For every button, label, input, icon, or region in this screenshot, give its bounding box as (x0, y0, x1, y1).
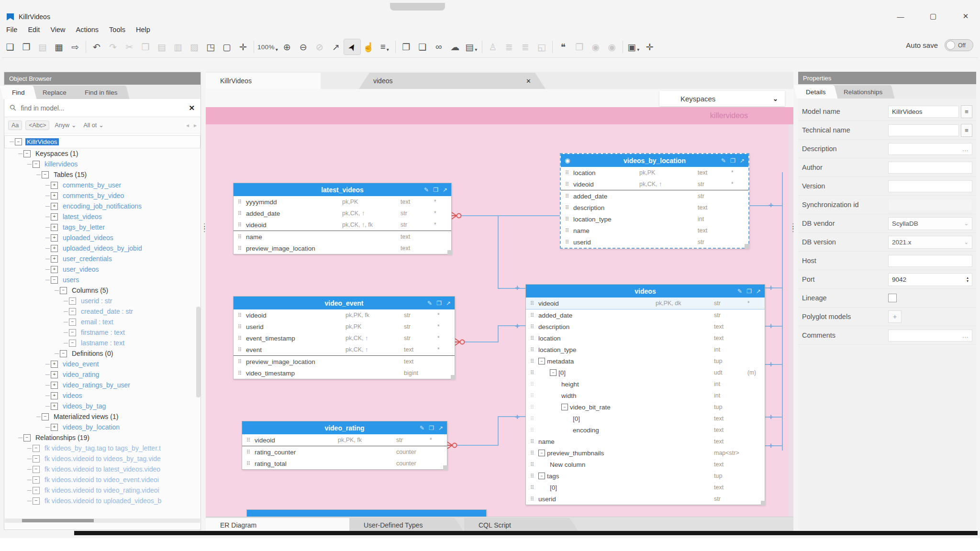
column-row[interactable]: ⠿nametext (234, 231, 451, 242)
table-header[interactable]: videos✎❐↗ (526, 285, 765, 298)
tree-item[interactable]: −fk videos_by_tag.tag to tags_by_letter.… (4, 443, 200, 453)
er-table-latest_videos[interactable]: latest_videos✎❐↗⠿yyyymmddpk,PKtext*⠿adde… (233, 183, 452, 254)
expand-plus-icon[interactable]: + (51, 392, 58, 399)
drag-handle-icon[interactable]: ⠿ (526, 393, 538, 399)
column-row[interactable]: ⠿preview_image_locationtext (234, 355, 455, 367)
tree-item[interactable]: +encoding_job_notifications (4, 201, 200, 211)
collapse-minus-icon[interactable]: − (550, 369, 557, 376)
clear-search-icon[interactable]: ✕ (189, 104, 195, 112)
tree-item[interactable]: −fk videos.videoid to latest_videos.vide… (4, 464, 200, 474)
column-row[interactable]: ⠿nametext (561, 225, 748, 236)
table-header[interactable]: video_event✎❐↗ (234, 297, 455, 309)
column-row[interactable]: ⠿video_timestampbigint (234, 367, 455, 379)
property-number[interactable]: 9042▴▾ (888, 273, 972, 286)
frame-icon[interactable]: ❐ (429, 425, 434, 431)
expand-plus-icon[interactable]: + (51, 382, 58, 389)
collapse-minus-icon[interactable]: − (23, 150, 31, 157)
find-tab-find-in-files[interactable]: Find in files (72, 86, 129, 99)
column-row[interactable]: ⠿descriptiontext (561, 202, 748, 213)
column-row[interactable]: ⠿heightint (526, 378, 765, 390)
collapse-minus-icon[interactable]: − (538, 358, 545, 364)
drag-handle-icon[interactable]: ⠿ (561, 181, 573, 187)
maximize-button[interactable]: ▢ (924, 10, 943, 23)
presentation-button[interactable]: ▣▾ (625, 39, 642, 55)
tree-item[interactable]: +latest_videos (4, 211, 200, 222)
table-resize-handle[interactable] (447, 250, 452, 255)
tree-horizontal-scrollbar[interactable] (5, 518, 200, 523)
column-row[interactable]: ⠿videoidpk,PK, fkstr* (242, 434, 447, 446)
table-header[interactable] (247, 510, 486, 517)
column-row[interactable]: ⠿locationpk,PKtext* (561, 167, 748, 178)
menu-help[interactable]: Help (131, 26, 156, 33)
fit-screen-button[interactable]: ✛ (235, 39, 251, 55)
drag-handle-icon[interactable]: ⠿ (234, 359, 246, 365)
scrollbar-thumb[interactable] (22, 519, 94, 522)
doc-tab-videos[interactable]: videos✕ (359, 73, 546, 89)
drag-handle-icon[interactable]: ⠿ (561, 205, 573, 211)
column-row[interactable]: ⠿encodingtext (526, 424, 765, 436)
tree-item[interactable]: +uploaded_videos (4, 232, 200, 243)
table-resize-handle[interactable] (761, 501, 766, 506)
column-row[interactable]: ⠿−metadatatup (526, 355, 765, 367)
property-input[interactable] (888, 255, 972, 267)
drag-handle-icon[interactable]: ⠿ (561, 239, 573, 245)
table-resize-handle[interactable] (745, 244, 749, 249)
drag-handle-icon[interactable]: ⠿ (526, 439, 538, 445)
property-input[interactable]: … (888, 330, 972, 342)
drag-handle-icon[interactable]: ⠿ (526, 462, 538, 468)
column-row[interactable]: ⠿location_typeint (526, 344, 765, 355)
tree-item[interactable]: +video_ratings_by_user (4, 380, 200, 390)
tree-item[interactable]: −fk videos.videoid to videos_by_tag.vide (4, 453, 200, 464)
keyspaces-dropdown[interactable]: Keyspaces ⌄ (659, 91, 785, 106)
lines-icon[interactable]: ≡ (961, 105, 972, 118)
comments-button[interactable]: ❝ (555, 39, 571, 55)
zoom-in-button[interactable]: ⊕ (279, 39, 295, 55)
ellipsis-icon[interactable]: … (962, 145, 969, 153)
property-select[interactable]: 2021.x⌄ (888, 236, 972, 249)
new-model-button[interactable]: ❏ (2, 39, 18, 55)
find-tab-replace[interactable]: Replace (31, 86, 79, 99)
collapse-minus-icon[interactable]: − (33, 466, 40, 473)
jump-icon[interactable]: ↗ (446, 300, 451, 307)
property-input[interactable] (888, 162, 972, 174)
collapse-minus-icon[interactable]: − (33, 487, 40, 494)
forward-engineer-button[interactable]: ▤▾ (463, 39, 479, 55)
close-tab-icon[interactable]: ✕ (526, 77, 531, 85)
frame-icon[interactable]: ❐ (436, 300, 442, 307)
pan-hand-button[interactable]: ☝ (360, 39, 377, 55)
drag-handle-icon[interactable]: ⠿ (561, 170, 573, 176)
drag-handle-icon[interactable]: ⠿ (526, 381, 538, 387)
er-table-video_event[interactable]: video_event✎❐↗⠿videoidpk,PK, fkstr*⠿user… (233, 296, 455, 379)
close-button[interactable]: ✕ (956, 10, 975, 23)
undo-button[interactable]: ↶ (89, 39, 105, 55)
export-button[interactable]: ⇨ (67, 39, 83, 55)
drag-handle-icon[interactable]: ⠿ (242, 461, 255, 467)
view-tab-user-defined-types[interactable]: User-Defined Types (349, 518, 464, 532)
drag-handle-icon[interactable]: ⠿ (234, 324, 246, 330)
edit-icon[interactable]: ✎ (424, 187, 429, 193)
drag-handle-icon[interactable]: ⠿ (234, 245, 246, 252)
edit-icon[interactable]: ✎ (427, 300, 432, 307)
drag-handle-icon[interactable]: ⠿ (234, 370, 246, 376)
drag-handle-icon[interactable]: ⠿ (526, 370, 538, 376)
drag-handle-icon[interactable]: ⠿ (242, 449, 255, 455)
expand-plus-icon[interactable]: + (51, 371, 58, 378)
column-row[interactable]: ⠿videoidpk,PK, dkstr* (526, 298, 765, 309)
tree-item[interactable]: +comments_by_user (4, 180, 200, 190)
canvas-vertical-scrollbar[interactable] (789, 124, 793, 517)
frame-icon[interactable]: ❐ (730, 157, 735, 164)
column-row[interactable]: ⠿event_timestamppk,CK, ↑str* (234, 332, 455, 344)
tree-item[interactable]: −lastname : text (4, 338, 200, 348)
expand-plus-icon[interactable]: + (51, 203, 58, 210)
expand-plus-icon[interactable]: + (51, 403, 58, 410)
collapse-minus-icon[interactable]: − (51, 276, 58, 284)
column-row[interactable]: ⠿added_datestr (561, 190, 748, 202)
collapse-minus-icon[interactable]: − (42, 413, 49, 420)
column-row[interactable]: ⠿widthint (526, 390, 765, 401)
jump-icon[interactable]: ↗ (756, 288, 761, 295)
add-polyglot-button[interactable]: + (888, 310, 902, 323)
tree-item[interactable]: +comments_by_video (4, 190, 200, 201)
doc-tab-killrvideos[interactable]: KillrVideos (206, 73, 321, 89)
edit-icon[interactable]: ✎ (420, 425, 424, 431)
collapse-minus-icon[interactable]: − (561, 404, 568, 410)
